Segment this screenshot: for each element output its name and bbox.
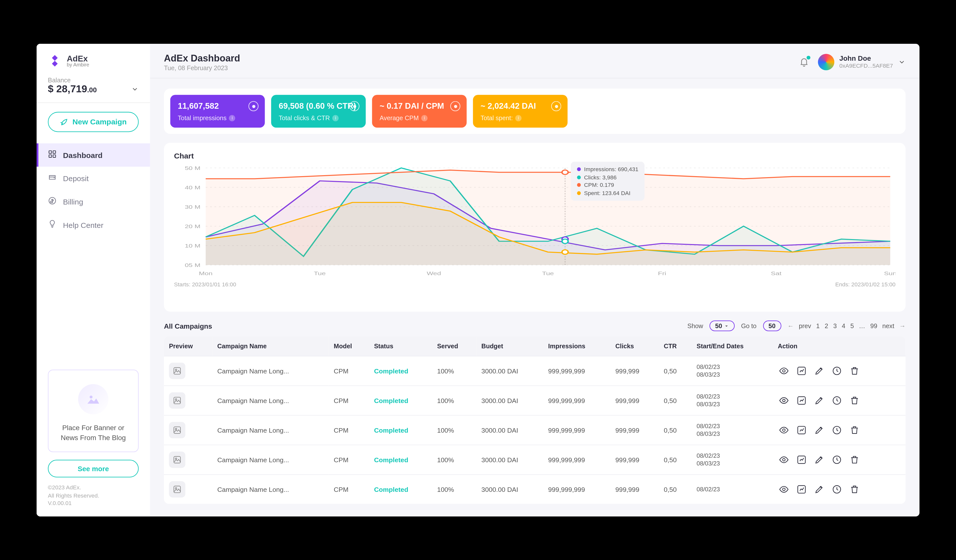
view-action-icon[interactable]	[778, 394, 791, 407]
user-menu[interactable]: John Doe 0xA9ECFD...5AF8E7	[818, 54, 906, 70]
view-action-icon[interactable]	[778, 483, 791, 496]
page-number[interactable]: 3	[833, 322, 837, 329]
eye-icon[interactable]	[450, 101, 461, 111]
preview-thumb[interactable]	[169, 452, 186, 468]
eye-icon[interactable]	[349, 101, 360, 111]
metric-label: Total impressions i	[178, 114, 257, 121]
cell-model: CPM	[329, 356, 369, 386]
cell-status: Completed	[369, 415, 432, 445]
svg-point-47	[783, 458, 785, 461]
edit-action-icon[interactable]	[813, 364, 826, 377]
clock-action-icon[interactable]	[831, 424, 843, 436]
next-arrow-icon[interactable]: →	[899, 322, 906, 329]
delete-action-icon[interactable]	[848, 394, 861, 407]
show-label: Show	[687, 322, 703, 329]
image-icon	[173, 367, 181, 375]
clock-action-icon[interactable]	[831, 394, 843, 407]
info-icon[interactable]: i	[421, 115, 428, 121]
page-title-wrap: AdEx Dashboard Tue, 08 February 2023	[164, 52, 240, 71]
clock-action-icon[interactable]	[831, 364, 843, 377]
metric-value: 69,508 (0.60 % CTR)	[278, 101, 358, 110]
sidebar-item-dashboard[interactable]: Dashboard	[36, 143, 150, 167]
edit-action-icon[interactable]	[813, 394, 826, 407]
edit-action-icon[interactable]	[813, 424, 826, 436]
brand-logo: AdEx by Ambire	[36, 44, 150, 77]
chart-card: Chart Impressions: 690,431 Clicks: 3,986…	[164, 143, 906, 312]
sidebar-item-deposit[interactable]: Deposit	[36, 167, 150, 190]
info-icon[interactable]: i	[515, 115, 522, 121]
balance-amount-row[interactable]: $ 28,719.00	[48, 83, 139, 95]
show-select[interactable]: 50	[709, 320, 735, 331]
svg-text:Tue: Tue	[542, 270, 554, 276]
new-campaign-button[interactable]: New Campaign	[48, 112, 139, 132]
preview-thumb[interactable]	[169, 422, 186, 438]
goto-input[interactable]: 50	[763, 320, 781, 331]
page-number[interactable]: 2	[825, 322, 828, 329]
preview-thumb[interactable]	[169, 362, 186, 379]
cell-impressions: 999,999,999	[543, 445, 610, 474]
svg-point-36	[175, 398, 177, 400]
stats-action-icon[interactable]	[796, 364, 808, 377]
svg-rect-1	[53, 151, 55, 153]
new-campaign-label: New Campaign	[72, 118, 127, 126]
cell-budget: 3000.00 DAI	[476, 386, 543, 415]
page-number[interactable]: …	[859, 322, 865, 329]
edit-action-icon[interactable]	[813, 483, 826, 496]
clock-action-icon[interactable]	[831, 453, 843, 466]
cell-status: Completed	[369, 386, 432, 415]
delete-action-icon[interactable]	[848, 424, 861, 436]
view-action-icon[interactable]	[778, 424, 791, 436]
prev-button[interactable]: prev	[799, 322, 811, 329]
image-icon	[173, 485, 181, 494]
delete-action-icon[interactable]	[848, 453, 861, 466]
chart-starts: Starts: 2023/01/01 16:00	[174, 281, 236, 288]
footer-version: V.0.00.01	[48, 500, 139, 508]
page-number[interactable]: 99	[870, 322, 877, 329]
row-actions	[778, 394, 901, 407]
cell-served: 100%	[432, 415, 476, 445]
svg-rect-0	[49, 151, 52, 153]
cell-impressions: 999,999,999	[543, 474, 610, 504]
metric-label: Average CPM i	[380, 114, 459, 121]
view-action-icon[interactable]	[778, 364, 791, 377]
sidebar-item-label: Deposit	[63, 174, 89, 183]
info-icon[interactable]: i	[332, 115, 338, 121]
svg-text:Wed: Wed	[427, 270, 441, 276]
cell-clicks: 999,999	[610, 356, 659, 386]
sidebar-item-help[interactable]: Help Center	[36, 213, 150, 237]
delete-action-icon[interactable]	[848, 483, 861, 496]
delete-action-icon[interactable]	[848, 364, 861, 377]
next-button[interactable]: next	[882, 322, 894, 329]
edit-action-icon[interactable]	[813, 453, 826, 466]
cell-budget: 3000.00 DAI	[476, 445, 543, 474]
stats-action-icon[interactable]	[796, 483, 808, 496]
stats-action-icon[interactable]	[796, 453, 808, 466]
cell-budget: 3000.00 DAI	[476, 356, 543, 386]
svg-rect-35	[174, 397, 181, 404]
sidebar-item-billing[interactable]: Billing	[36, 190, 150, 213]
svg-point-42	[783, 429, 785, 431]
page-number[interactable]: 4	[842, 322, 845, 329]
column-header: Action	[773, 336, 906, 356]
eye-icon[interactable]	[551, 101, 561, 111]
view-action-icon[interactable]	[778, 453, 791, 466]
notifications-button[interactable]	[799, 57, 809, 67]
table-row: Campaign Name Long... CPM Completed 100%…	[164, 386, 906, 415]
cell-dates: 08/02/2308/03/23	[692, 445, 773, 474]
info-icon[interactable]: i	[229, 115, 235, 121]
page-number[interactable]: 1	[816, 322, 819, 329]
cell-campaign-name: Campaign Name Long...	[212, 474, 329, 504]
eye-icon[interactable]	[248, 101, 259, 111]
prev-arrow-icon[interactable]: ←	[788, 322, 794, 329]
preview-thumb[interactable]	[169, 481, 186, 497]
clock-action-icon[interactable]	[831, 483, 843, 496]
preview-thumb[interactable]	[169, 392, 186, 408]
cell-ctr: 0,50	[659, 386, 692, 415]
stats-action-icon[interactable]	[796, 394, 808, 407]
see-more-button[interactable]: See more	[48, 460, 139, 477]
page-number[interactable]: 5	[851, 322, 854, 329]
stats-action-icon[interactable]	[796, 424, 808, 436]
topbar: AdEx Dashboard Tue, 08 February 2023 Joh…	[150, 44, 920, 78]
image-icon	[173, 396, 181, 405]
content-scroll[interactable]: 11,607,582 Total impressions i 69,508 (0…	[150, 78, 920, 516]
